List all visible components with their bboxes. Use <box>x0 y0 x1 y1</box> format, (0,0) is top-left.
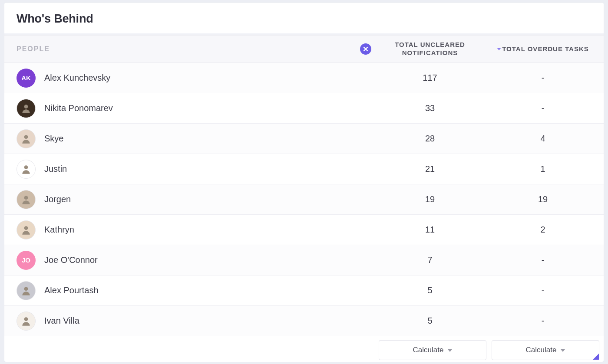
column-header-notifications-label: TOTAL UNCLEARED NOTIFICATIONS <box>373 41 486 57</box>
cell-uncleared-notifications: 11 <box>373 225 486 235</box>
avatar[interactable] <box>17 281 36 300</box>
avatar[interactable] <box>17 312 36 331</box>
column-header-notifications[interactable]: TOTAL UNCLEARED NOTIFICATIONS <box>373 41 486 57</box>
cell-overdue-tasks: - <box>486 316 599 326</box>
table-row[interactable]: Nikita Ponomarev33- <box>4 93 604 124</box>
calculate-notifications-button[interactable]: Calculate <box>379 340 486 360</box>
cell-uncleared-notifications: 5 <box>373 285 486 295</box>
cell-overdue-tasks: - <box>486 73 599 83</box>
cell-overdue-tasks: - <box>486 103 599 113</box>
person-icon <box>20 164 32 175</box>
person-icon <box>20 194 32 205</box>
cell-overdue-tasks: 19 <box>486 194 599 204</box>
calculate-label: Calculate <box>526 346 557 354</box>
person-name: Kathryn <box>44 225 358 235</box>
cell-uncleared-notifications: 28 <box>373 134 486 144</box>
person-name: Skye <box>44 134 358 144</box>
table-footer: Calculate Calculate <box>379 340 604 362</box>
svg-point-6 <box>24 317 28 321</box>
cell-overdue-tasks: 1 <box>486 164 599 174</box>
avatar[interactable]: AK <box>17 69 36 88</box>
card-title: Who's Behind <box>17 12 591 26</box>
svg-point-2 <box>24 165 28 169</box>
table-row[interactable]: Ivan Villa5- <box>4 306 604 336</box>
table-row[interactable]: Kathryn112 <box>4 215 604 245</box>
column-header-overdue[interactable]: TOTAL OVERDUE TASKS <box>486 45 599 53</box>
avatar[interactable] <box>17 160 36 179</box>
avatar[interactable] <box>17 129 36 148</box>
cell-overdue-tasks: - <box>486 285 599 295</box>
table-row[interactable]: AKAlex Kunchevsky117- <box>4 63 604 93</box>
sort-desc-icon <box>497 48 501 50</box>
svg-point-4 <box>24 226 28 230</box>
person-name: Alex Pourtash <box>44 285 358 295</box>
avatar[interactable] <box>17 190 36 209</box>
card-header: Who's Behind <box>4 3 604 35</box>
person-icon <box>20 103 32 114</box>
avatar[interactable] <box>17 220 36 239</box>
avatar[interactable]: JO <box>17 251 36 270</box>
person-icon <box>20 133 32 144</box>
calculate-label: Calculate <box>413 346 444 354</box>
person-name: Joe O'Connor <box>44 255 358 265</box>
whos-behind-card: Who's Behind PEOPLE TOTAL UNCLEARED NOTI… <box>4 3 604 362</box>
resize-handle-icon[interactable] <box>593 354 599 360</box>
person-name: Jorgen <box>44 194 358 204</box>
cell-uncleared-notifications: 21 <box>373 164 486 174</box>
cell-overdue-tasks: 4 <box>486 134 599 144</box>
cell-overdue-tasks: - <box>486 255 599 265</box>
person-icon <box>20 315 32 327</box>
chevron-down-icon <box>448 349 452 352</box>
avatar-initials: AK <box>21 74 31 82</box>
avatar-initials: JO <box>22 256 30 264</box>
clear-filter-button[interactable] <box>360 43 371 55</box>
svg-point-1 <box>24 135 28 139</box>
person-name: Nikita Ponomarev <box>44 103 358 113</box>
column-header-people[interactable]: PEOPLE <box>17 45 358 53</box>
person-name: Justin <box>44 164 358 174</box>
calculate-overdue-button[interactable]: Calculate <box>492 340 599 360</box>
person-name: Ivan Villa <box>44 316 358 326</box>
svg-point-0 <box>24 105 28 108</box>
person-icon <box>20 285 32 296</box>
table-row[interactable]: JOJoe O'Connor7- <box>4 245 604 275</box>
svg-point-5 <box>24 287 28 291</box>
close-x-icon <box>363 46 368 52</box>
cell-uncleared-notifications: 117 <box>373 73 486 83</box>
table-row[interactable]: Jorgen1919 <box>4 184 604 215</box>
cell-uncleared-notifications: 19 <box>373 194 486 204</box>
table-row[interactable]: Skye284 <box>4 124 604 154</box>
svg-point-3 <box>24 196 28 200</box>
table-row[interactable]: Justin211 <box>4 154 604 184</box>
avatar[interactable] <box>17 99 36 118</box>
table-row[interactable]: Alex Pourtash5- <box>4 275 604 306</box>
cell-uncleared-notifications: 7 <box>373 255 486 265</box>
clear-filter-wrap <box>358 43 373 55</box>
chevron-down-icon <box>561 349 565 352</box>
table-header-row: PEOPLE TOTAL UNCLEARED NOTIFICATIONS TOT… <box>4 35 604 63</box>
cell-uncleared-notifications: 5 <box>373 316 486 326</box>
person-icon <box>20 224 32 236</box>
column-header-overdue-label: TOTAL OVERDUE TASKS <box>502 45 589 53</box>
table-body: AKAlex Kunchevsky117-Nikita Ponomarev33-… <box>4 63 604 336</box>
person-name: Alex Kunchevsky <box>44 73 358 83</box>
cell-uncleared-notifications: 33 <box>373 103 486 113</box>
cell-overdue-tasks: 2 <box>486 225 599 235</box>
